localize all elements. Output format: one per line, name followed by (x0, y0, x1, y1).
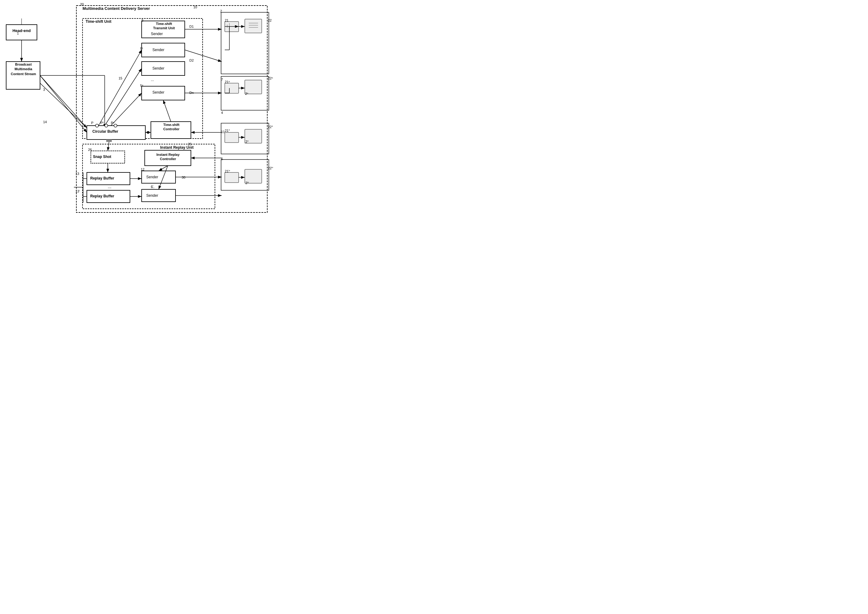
label-num13p: 13' (76, 189, 80, 193)
svg-line-34 (158, 166, 168, 189)
svg-rect-72 (221, 160, 269, 190)
circular-buffer-label: Circular Buffer (92, 129, 118, 133)
svg-rect-59 (225, 132, 239, 143)
label-num22: 22 (268, 19, 271, 22)
dots-sender-replay-label: ... (151, 184, 155, 189)
sender-12-label: Sender (146, 175, 158, 179)
broadcast-stream-label: BroadcastMultimediaContent Stream (7, 62, 40, 76)
label-15: 15 (119, 76, 122, 80)
label-num10: 10 (193, 5, 197, 9)
label-num12: 12 (141, 167, 144, 171)
label-num21: 21 (225, 19, 228, 22)
svg-rect-50 (245, 19, 262, 33)
label-num11: 11 (221, 130, 225, 133)
sender-5-n-label: Sender (152, 90, 164, 95)
sender-5-1-label: Sender (152, 48, 164, 52)
label-P: P (91, 121, 93, 125)
svg-rect-56 (225, 83, 239, 93)
replay-buffer-1-label: Replay Buffer (90, 176, 114, 180)
label-Dn: Dn (189, 91, 194, 95)
label-num22ir: 22ⁱʳ (268, 166, 273, 170)
instant-replay-unit-label: Instant Replay Unit (160, 145, 194, 150)
svg-line-25 (99, 50, 142, 126)
label-num26: 26 (88, 148, 92, 152)
snap-shot-label: Snap Shot (93, 155, 111, 159)
label-num14: 14 (43, 120, 47, 124)
label-Pn: Pⁿ (111, 121, 114, 125)
svg-rect-46 (106, 140, 112, 142)
head-end-label: Head-end (6, 28, 37, 33)
label-num5-1: 5¹ (140, 47, 143, 51)
label-num22n: 22ⁿ (268, 76, 273, 80)
sender-5-1b-label: Sender (152, 66, 164, 71)
svg-rect-71 (221, 123, 269, 154)
timeshift-transmit-label: Time-shiftTransmit Unit (143, 22, 185, 31)
svg-line-73 (40, 76, 87, 132)
label-num2ir: 2ⁱʳ (245, 181, 249, 185)
svg-line-6 (40, 76, 87, 128)
svg-rect-0 (76, 6, 267, 212)
dots-replay-label: ... (108, 184, 112, 189)
label-num2: 2 (220, 9, 222, 13)
svg-line-29 (163, 100, 171, 122)
label-num2n: 2ⁿ (245, 92, 248, 95)
svg-point-43 (95, 124, 99, 127)
sender-5-label: Sender (151, 32, 163, 36)
svg-rect-47 (225, 22, 239, 32)
timeshift-controller-label: Time-shiftController (152, 122, 191, 132)
label-D1: D1 (189, 25, 194, 28)
label-num20: 20 (80, 3, 84, 6)
label-num22o: 22° (268, 125, 273, 129)
label-num13: 13 (76, 172, 79, 175)
dots-label: ... (151, 78, 154, 82)
label-num3: 3 (43, 88, 45, 91)
label-num4: 4 (221, 111, 223, 115)
label-num2o: 2° (245, 140, 249, 144)
svg-line-26 (105, 68, 142, 126)
svg-line-27 (111, 93, 142, 126)
diagram: 1 20 3 14 5 5¹ 5ⁿ D1 D2 Dn P P¹ Pⁿ 10 11… (0, 0, 308, 218)
label-D2: D2 (189, 59, 194, 62)
svg-point-45 (114, 124, 117, 127)
label-num21n: 21ⁿ (225, 80, 230, 84)
svg-line-33 (158, 166, 168, 171)
label-num21o: 21° (225, 129, 230, 132)
label-num30: 30 (182, 175, 185, 179)
timeshift-unit-label: Time-shift Unit (85, 19, 112, 24)
svg-rect-1 (82, 19, 203, 138)
label-P1: P¹ (101, 121, 104, 125)
label-num7-area: 7 (221, 78, 223, 81)
svg-line-9 (40, 83, 87, 128)
svg-rect-62 (225, 172, 239, 183)
server-title-label: Multimedia Content Delivery Server (82, 6, 150, 11)
instant-replay-controller-label: Instant ReplayController (146, 152, 190, 161)
svg-point-44 (105, 124, 108, 127)
label-num21ir: 21ⁱʳ (225, 169, 230, 174)
sender-6p-label: Sender (146, 193, 158, 198)
svg-line-31 (108, 140, 109, 151)
replay-buffer-2-label: Replay Buffer (90, 194, 114, 198)
label-num5-n: 5ⁿ (140, 84, 143, 87)
label-num6: 6 (221, 157, 223, 161)
